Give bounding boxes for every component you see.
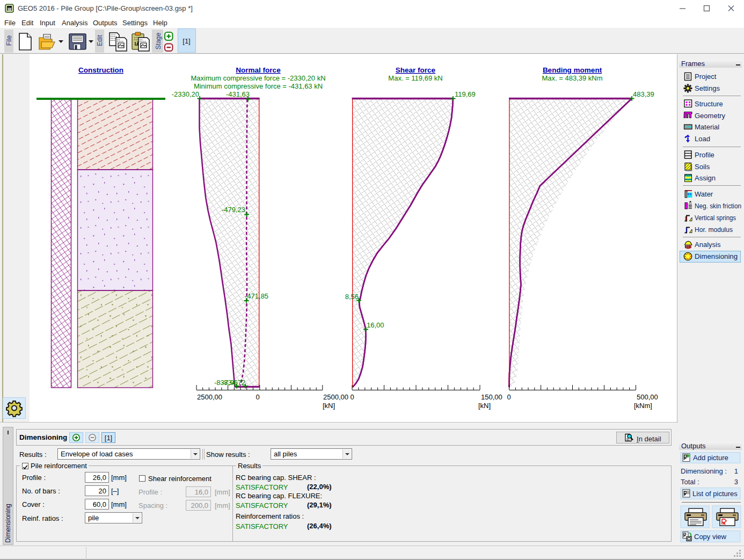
svg-text:Profile: Profile bbox=[695, 151, 714, 159]
svg-text:Add picture: Add picture bbox=[693, 454, 728, 462]
svg-text:List of pictures: List of pictures bbox=[692, 490, 738, 498]
svg-text:Project: Project bbox=[695, 72, 717, 81]
svg-text:Max. = 483,39 kNm: Max. = 483,39 kNm bbox=[542, 74, 602, 82]
svg-text:Load: Load bbox=[695, 135, 710, 143]
svg-text:Minimum compressive force = -4: Minimum compressive force = -431,63 kN bbox=[194, 82, 323, 90]
svg-text:Stage: Stage bbox=[155, 32, 162, 49]
svg-text:Dimensioning :: Dimensioning : bbox=[681, 467, 727, 475]
svg-text:Soils: Soils bbox=[695, 163, 710, 171]
svg-text:Water: Water bbox=[695, 190, 713, 198]
svg-text:Analysis: Analysis bbox=[695, 241, 721, 249]
svg-text:Geometry: Geometry bbox=[695, 112, 726, 120]
svg-text:Hor. modulus: Hor. modulus bbox=[695, 226, 733, 234]
svg-text:Frames: Frames bbox=[681, 60, 705, 68]
svg-text:Copy view: Copy view bbox=[694, 533, 727, 541]
svg-text:483,39: 483,39 bbox=[633, 90, 654, 98]
svg-text:Structure: Structure bbox=[695, 100, 723, 108]
svg-text:0: 0 bbox=[350, 393, 354, 401]
svg-text:[kNm]: [kNm] bbox=[634, 402, 652, 410]
svg-text:-431,63: -431,63 bbox=[226, 90, 250, 98]
svg-text:Maximum compressive force = -2: Maximum compressive force = -2330,20 kN bbox=[191, 74, 325, 82]
svg-text:Material: Material bbox=[695, 123, 719, 131]
svg-text:[1]: [1] bbox=[183, 37, 190, 45]
svg-text:8,56: 8,56 bbox=[345, 293, 359, 301]
svg-text:Edit: Edit bbox=[96, 35, 104, 46]
svg-text:-2330,20: -2330,20 bbox=[172, 90, 199, 98]
svg-text:2500,00: 2500,00 bbox=[197, 393, 222, 401]
svg-text:[kN]: [kN] bbox=[323, 402, 335, 410]
svg-text:-834,72: -834,72 bbox=[222, 379, 245, 387]
svg-text:-479,23: -479,23 bbox=[222, 206, 245, 214]
svg-text:119,69: 119,69 bbox=[455, 90, 476, 98]
svg-text:Construction: Construction bbox=[78, 66, 123, 74]
svg-text:Total :: Total : bbox=[681, 478, 699, 486]
svg-text:Neg. skin friction: Neg. skin friction bbox=[695, 202, 741, 210]
svg-text:File: File bbox=[5, 35, 13, 46]
svg-text:Outputs: Outputs bbox=[681, 442, 706, 450]
svg-text:Normal force: Normal force bbox=[236, 66, 281, 74]
svg-text:Vertical springs: Vertical springs bbox=[695, 214, 736, 222]
svg-text:Bending moment: Bending moment bbox=[543, 66, 602, 74]
svg-text:0: 0 bbox=[256, 393, 259, 401]
svg-text:Shear force: Shear force bbox=[396, 66, 436, 74]
svg-text:Settings: Settings bbox=[695, 84, 720, 92]
svg-text:Max. = 119,69 kN: Max. = 119,69 kN bbox=[388, 74, 442, 82]
svg-text:Dimensioning: Dimensioning bbox=[695, 252, 738, 260]
svg-text:150,00: 150,00 bbox=[481, 393, 502, 401]
svg-text:[kN]: [kN] bbox=[478, 402, 491, 410]
svg-text:Assign: Assign bbox=[695, 174, 716, 182]
svg-text:0: 0 bbox=[507, 393, 510, 401]
svg-text:[1]: [1] bbox=[105, 434, 112, 442]
svg-text:-471,85: -471,85 bbox=[245, 292, 268, 300]
svg-text:3: 3 bbox=[734, 478, 738, 486]
svg-text:2500,00: 2500,00 bbox=[323, 393, 348, 401]
svg-text:500,00: 500,00 bbox=[637, 393, 658, 401]
svg-text:16,00: 16,00 bbox=[367, 321, 384, 329]
svg-text:1: 1 bbox=[734, 467, 738, 475]
